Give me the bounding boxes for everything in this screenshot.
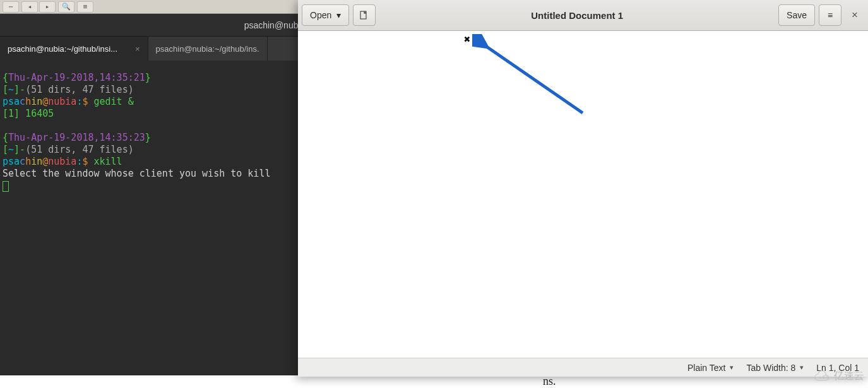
timestamp: Thu-Apr-19-2018,14:35:23	[8, 132, 145, 143]
menu-button[interactable]: ≡	[77, 1, 93, 13]
tab-label: psachin@nubia:~/github/insi...	[8, 44, 117, 54]
svg-point-2	[819, 377, 821, 379]
new-document-button[interactable]	[353, 4, 376, 26]
command: xkill	[94, 156, 122, 167]
cloud-icon	[814, 370, 830, 383]
tab-close-icon[interactable]: ×	[135, 44, 140, 54]
hamburger-icon: ≡	[828, 10, 833, 20]
window-close-button[interactable]: ×	[845, 9, 864, 21]
xkill-cursor-icon: ✖	[464, 33, 470, 45]
watermark-text: 亿速云	[834, 370, 864, 383]
chevron-down-icon: ▾	[336, 10, 341, 20]
toolbar-button[interactable]: ⋯	[3, 1, 19, 13]
svg-point-3	[823, 377, 825, 379]
timestamp: Thu-Apr-19-2018,14:35:21	[8, 72, 145, 83]
job-output: [1] 16405	[3, 108, 54, 119]
terminal-cursor	[3, 181, 9, 192]
terminal-tab-1[interactable]: psachin@nubia:~/github/insi... ×	[0, 37, 148, 61]
tab-label: psachin@nubia:~/github/ins.	[156, 44, 259, 54]
dir-info: 51 dirs, 47 files	[31, 144, 128, 155]
command: gedit &	[94, 96, 134, 107]
close-icon: ×	[852, 9, 858, 21]
syntax-selector[interactable]: Plain Text	[687, 363, 734, 373]
new-doc-icon	[359, 10, 369, 20]
cropped-text: ns.	[543, 375, 556, 388]
open-label: Open	[310, 10, 331, 20]
open-button[interactable]: Open ▾	[302, 4, 349, 26]
nav-fwd-button[interactable]: ▸	[39, 1, 56, 13]
gedit-statusbar: Plain Text Tab Width: 8 Ln 1, Col 1	[298, 358, 868, 377]
search-button[interactable]: 🔍	[58, 1, 74, 13]
dir-info: 51 dirs, 47 files	[31, 84, 128, 95]
terminal-tab-2[interactable]: psachin@nubia:~/github/ins.	[148, 37, 268, 61]
tab-width-selector[interactable]: Tab Width: 8	[746, 363, 804, 373]
save-label: Save	[787, 10, 807, 20]
save-button[interactable]: Save	[778, 4, 815, 26]
nav-back-button[interactable]: ◂	[21, 1, 38, 13]
hamburger-menu-button[interactable]: ≡	[819, 4, 841, 26]
gedit-header: Open ▾ Untitled Document 1 Save ≡ ×	[298, 0, 868, 31]
document-title: Untitled Document 1	[379, 10, 775, 21]
editor-area[interactable]	[298, 31, 868, 358]
gedit-window: Open ▾ Untitled Document 1 Save ≡ × Plai…	[298, 0, 868, 377]
xkill-message: Select the window whose client you wish …	[3, 168, 270, 179]
watermark: 亿速云	[814, 370, 864, 383]
